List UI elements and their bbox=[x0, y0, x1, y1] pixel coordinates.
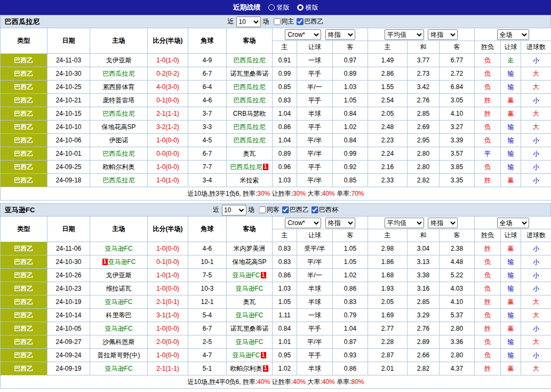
final-index-select-2[interactable]: 终指 bbox=[428, 218, 458, 228]
away-team-name[interactable]: 亚马逊FC bbox=[233, 351, 260, 359]
home-team[interactable]: 亚马逊FC bbox=[90, 295, 148, 309]
away-team-name[interactable]: 巴西瓜拉尼 bbox=[234, 83, 266, 91]
checkbox-input[interactable] bbox=[282, 206, 289, 213]
average-select[interactable]: 平均值 bbox=[385, 29, 424, 40]
home-team[interactable]: 戈伊亚斯 bbox=[90, 54, 148, 67]
home-team-name[interactable]: 亚马逊FC bbox=[105, 245, 133, 252]
home-team[interactable]: 巴西瓜拉尼 bbox=[90, 107, 148, 121]
home-team[interactable]: 普拉斯哥野(中) bbox=[90, 349, 148, 362]
away-team-name[interactable]: 亚马逊FC bbox=[236, 338, 263, 346]
away-team-name[interactable]: 奥瓦 bbox=[243, 298, 256, 306]
scope-select[interactable]: 全场 bbox=[497, 218, 529, 228]
home-team-name[interactable]: 维拉诺瓦 bbox=[106, 285, 132, 292]
away-team[interactable]: 巴西瓜拉尼 bbox=[227, 54, 273, 67]
checkbox-input[interactable] bbox=[259, 206, 266, 213]
away-team[interactable]: 亚马逊FC bbox=[227, 309, 273, 322]
home-team-name[interactable]: 巴西瓜拉尼 bbox=[103, 177, 135, 184]
final-index-select-2[interactable]: 终指 bbox=[428, 29, 458, 40]
home-team[interactable]: 科里蒂巴 bbox=[90, 309, 148, 322]
home-team-name[interactable]: 保地花高SP bbox=[101, 123, 135, 131]
home-team-name[interactable]: 普拉斯哥野(中) bbox=[98, 351, 140, 359]
away-team[interactable]: 米拉索 bbox=[227, 174, 273, 187]
home-team-name[interactable]: 戈伊亚斯 bbox=[106, 57, 132, 64]
home-team-name[interactable]: 科里蒂巴 bbox=[106, 311, 132, 319]
away-team[interactable]: 亚马逊FC1 bbox=[227, 269, 273, 282]
home-team[interactable]: 保地花高SP bbox=[90, 121, 148, 134]
away-team[interactable]: CRB马瑟欧 bbox=[227, 107, 273, 121]
filter-checkbox[interactable]: 同客 bbox=[259, 205, 280, 214]
average-select[interactable]: 平均值 bbox=[385, 218, 424, 228]
away-team[interactable]: 诺瓦里桑蒂诺 bbox=[227, 322, 273, 335]
away-team-name[interactable]: 亚马逊FC bbox=[233, 271, 260, 279]
away-team[interactable]: 巴西瓜拉尼 bbox=[227, 94, 273, 107]
away-team[interactable]: 巴西瓜拉尼 bbox=[227, 81, 273, 94]
away-team[interactable]: 亚马逊FC1 bbox=[227, 349, 273, 362]
home-team-name[interactable]: 巴西瓜拉尼 bbox=[103, 110, 135, 117]
filter-checkbox[interactable]: 同主 bbox=[274, 17, 294, 26]
home-team-name[interactable]: 巴西瓜拉尼 bbox=[103, 150, 135, 157]
away-team-name[interactable]: 奥瓦 bbox=[243, 150, 256, 157]
checkbox-input[interactable] bbox=[297, 18, 304, 25]
layout-radio-vertical[interactable]: 竖版 bbox=[268, 3, 290, 12]
away-team-name[interactable]: 米拉索 bbox=[240, 177, 259, 184]
home-team-name[interactable]: 伊图诺 bbox=[109, 137, 129, 144]
home-team[interactable]: 欧帕尔利奥 bbox=[90, 161, 148, 174]
away-team-name[interactable]: 巴西瓜拉尼 bbox=[234, 123, 266, 131]
away-team[interactable]: 巴西瓜拉尼 bbox=[227, 121, 273, 134]
scope-select[interactable]: 全场 bbox=[497, 29, 529, 40]
home-team-name[interactable]: 沙佩科恩斯 bbox=[103, 338, 135, 346]
home-team[interactable]: 累西腓体育 bbox=[90, 81, 148, 94]
home-team[interactable]: 伊图诺 bbox=[90, 134, 148, 147]
home-team[interactable]: 巴西瓜拉尼 bbox=[90, 147, 148, 161]
away-team[interactable]: 米内罗美洲 bbox=[227, 242, 273, 255]
away-team-name[interactable]: 巴西瓜拉尼 bbox=[230, 163, 262, 171]
final-index-select[interactable]: 终指 bbox=[325, 218, 355, 228]
home-team[interactable]: 巴西瓜拉尼 bbox=[90, 174, 148, 187]
home-team[interactable]: 亚马逊FC bbox=[90, 362, 148, 375]
away-team[interactable]: 巴西瓜拉尼1 bbox=[227, 161, 273, 174]
away-team-name[interactable]: 诺瓦里桑蒂诺 bbox=[230, 70, 269, 77]
home-team-name[interactable]: 欧帕尔利奥 bbox=[103, 163, 135, 171]
checkbox-input[interactable] bbox=[274, 18, 281, 25]
away-team[interactable]: 亚马逊FC bbox=[227, 335, 273, 349]
away-team-name[interactable]: 诺瓦里桑蒂诺 bbox=[230, 325, 269, 332]
home-team[interactable]: 亚马逊FC bbox=[90, 322, 148, 335]
recent-count-select[interactable]: 10 bbox=[236, 17, 261, 27]
home-team-name[interactable]: 亚马逊FC bbox=[105, 325, 133, 332]
home-team-name[interactable]: 亚马逊FC bbox=[105, 365, 133, 372]
home-team-name[interactable]: 亚马逊FC bbox=[105, 298, 133, 306]
away-team-name[interactable]: 亚马逊FC bbox=[236, 285, 263, 292]
home-team[interactable]: 戈伊亚斯 bbox=[90, 269, 148, 282]
home-team-name[interactable]: 巴西瓜拉尼 bbox=[103, 70, 135, 77]
home-team[interactable]: 1亚马逊FC bbox=[90, 255, 148, 269]
away-team-name[interactable]: CRB马瑟欧 bbox=[233, 110, 266, 117]
away-team-name[interactable]: 亚马逊FC bbox=[236, 311, 263, 319]
home-team-name[interactable]: 庞特普雷塔 bbox=[103, 97, 135, 104]
away-team[interactable]: 奥瓦 bbox=[227, 147, 273, 161]
home-team[interactable]: 维拉诺瓦 bbox=[90, 282, 148, 295]
away-team-name[interactable]: 欧帕尔利奥 bbox=[230, 365, 262, 372]
away-team-name[interactable]: 米内罗美洲 bbox=[234, 245, 266, 252]
bookmaker-select[interactable]: Crow* bbox=[285, 218, 321, 228]
away-team[interactable]: 巴西瓜拉尼 bbox=[227, 134, 273, 147]
home-team[interactable]: 亚马逊FC bbox=[90, 242, 148, 255]
away-team-name[interactable]: 保地花高SP bbox=[232, 258, 266, 266]
home-team[interactable]: 巴西瓜拉尼 bbox=[90, 67, 148, 81]
filter-checkbox[interactable]: 巴西杯 bbox=[311, 205, 338, 214]
home-team[interactable]: 庞特普雷塔 bbox=[90, 94, 148, 107]
away-team[interactable]: 亚马逊FC bbox=[227, 282, 273, 295]
layout-radio-horizontal[interactable]: 横版 bbox=[297, 3, 318, 12]
away-team[interactable]: 奥瓦 bbox=[227, 295, 273, 309]
home-team[interactable]: 沙佩科恩斯 bbox=[90, 335, 148, 349]
filter-checkbox[interactable]: 巴西乙 bbox=[282, 205, 309, 214]
filter-checkbox[interactable]: 巴西乙 bbox=[297, 17, 324, 26]
bookmaker-select[interactable]: Crow* bbox=[285, 29, 321, 40]
away-team-name[interactable]: 巴西瓜拉尼 bbox=[234, 97, 266, 104]
checkbox-input[interactable] bbox=[311, 206, 318, 213]
away-team[interactable]: 诺瓦里桑蒂诺 bbox=[227, 67, 273, 81]
home-team-name[interactable]: 亚马逊FC bbox=[108, 258, 136, 266]
away-team[interactable]: 欧帕尔利奥1 bbox=[227, 362, 273, 375]
away-team-name[interactable]: 巴西瓜拉尼 bbox=[234, 137, 266, 144]
final-index-select[interactable]: 终指 bbox=[325, 29, 355, 40]
home-team-name[interactable]: 累西腓体育 bbox=[103, 83, 135, 91]
